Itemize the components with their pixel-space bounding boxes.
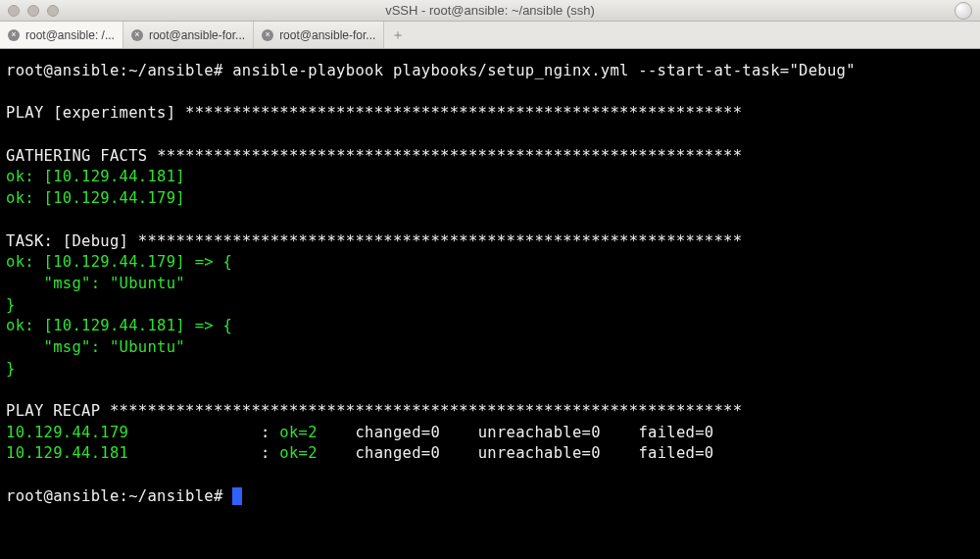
tab-label: root@ansible-for...	[279, 28, 375, 42]
titlebar: vSSH - root@ansible: ~/ansible (ssh)	[0, 0, 980, 22]
recap-ok: ok=2	[279, 444, 318, 462]
command: ansible-playbook playbooks/setup_nginx.y…	[232, 62, 856, 79]
star-line: ****************************************…	[110, 402, 742, 420]
prompt: root@ansible:~/ansible#	[6, 62, 223, 79]
brace-close: }	[6, 360, 16, 378]
colon: :	[261, 424, 270, 441]
add-tab-button[interactable]: ＋	[384, 22, 412, 48]
ok-line: ok: [10.129.44.179] => {	[6, 253, 232, 271]
recap-host: 10.129.44.181	[6, 444, 128, 462]
prompt: root@ansible:~/ansible#	[6, 487, 223, 505]
recap-changed: changed=0	[355, 424, 440, 441]
task-header: TASK: [Debug]	[6, 232, 128, 250]
star-line: ****************************************…	[157, 147, 742, 165]
close-icon[interactable]: ×	[8, 29, 20, 41]
minimize-window-button[interactable]	[27, 5, 39, 17]
recap-header: PLAY RECAP	[6, 402, 100, 420]
window-controls	[8, 5, 59, 17]
star-line: ****************************************…	[138, 232, 742, 250]
ok-line: ok: [10.129.44.181]	[6, 168, 185, 185]
recap-ok: ok=2	[279, 424, 318, 441]
recap-unreach: unreachable=0	[478, 444, 601, 462]
recap-changed: changed=0	[355, 444, 440, 462]
recap-failed: failed=0	[638, 444, 713, 462]
brace-close: }	[6, 296, 16, 314]
scroll-knob[interactable]	[955, 2, 972, 20]
cursor	[232, 487, 242, 505]
tab-2[interactable]: × root@ansible-for...	[254, 22, 384, 48]
close-icon[interactable]: ×	[262, 29, 273, 41]
window-title: vSSH - root@ansible: ~/ansible (ssh)	[0, 3, 980, 18]
tabbar: × root@ansible: /... × root@ansible-for.…	[0, 22, 980, 49]
terminal[interactable]: root@ansible:~/ansible# ansible-playbook…	[0, 49, 980, 559]
colon: :	[261, 444, 270, 462]
tab-label: root@ansible-for...	[149, 28, 245, 42]
ok-line: ok: [10.129.44.179]	[6, 189, 185, 207]
close-window-button[interactable]	[8, 5, 20, 17]
star-line: ****************************************…	[185, 104, 742, 122]
msg-line: "msg": "Ubuntu"	[6, 338, 185, 356]
ok-line: ok: [10.129.44.181] => {	[6, 317, 232, 334]
tab-0[interactable]: × root@ansible: /...	[0, 22, 123, 48]
gathering-facts-header: GATHERING FACTS	[6, 147, 147, 165]
close-icon[interactable]: ×	[131, 29, 143, 41]
recap-unreach: unreachable=0	[478, 424, 601, 441]
recap-host: 10.129.44.179	[6, 424, 128, 441]
recap-failed: failed=0	[638, 424, 713, 441]
tab-label: root@ansible: /...	[25, 28, 115, 42]
zoom-window-button[interactable]	[47, 5, 59, 17]
tab-1[interactable]: × root@ansible-for...	[123, 22, 254, 48]
msg-line: "msg": "Ubuntu"	[6, 275, 185, 292]
play-header: PLAY [experiments]	[6, 104, 175, 122]
